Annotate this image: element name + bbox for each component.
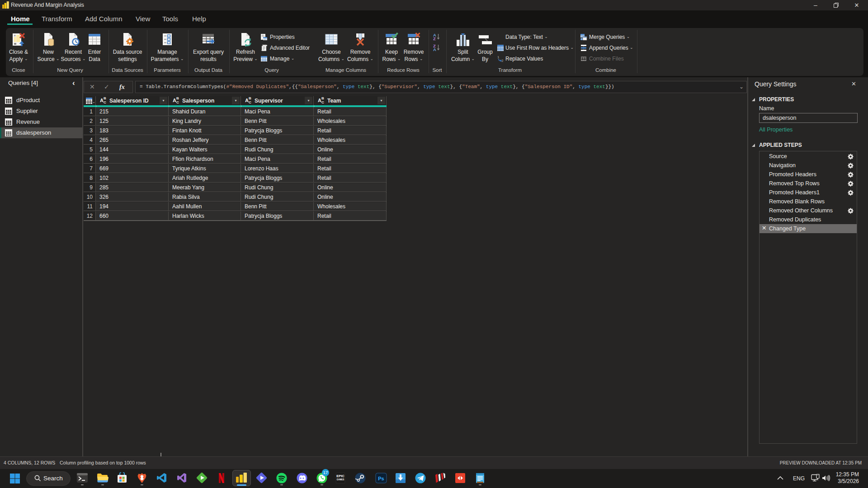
svg-text:GAMES: GAMES — [337, 479, 344, 481]
svg-text:A: A — [433, 47, 436, 51]
svg-text:2: 2 — [501, 59, 504, 62]
svg-text:Z: Z — [433, 36, 436, 40]
svg-text:Ps: Ps — [378, 476, 384, 481]
svg-text:EPIC: EPIC — [336, 474, 344, 478]
svg-text:1: 1 — [497, 55, 500, 59]
